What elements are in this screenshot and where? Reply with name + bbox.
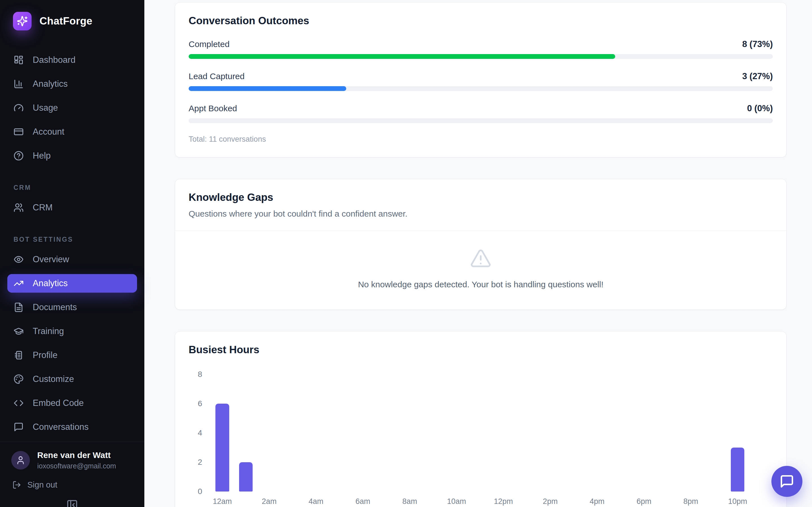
sidebar-item-label: Analytics (33, 278, 68, 288)
sidebar-item-analytics[interactable]: Analytics (7, 274, 137, 293)
chart-bar-slot (211, 374, 234, 492)
outcome-label: Appt Booked (189, 104, 237, 113)
card-title: Busiest Hours (189, 344, 773, 356)
x-axis-label: 6pm (632, 497, 656, 506)
x-axis-label (515, 497, 539, 506)
sign-out-button[interactable]: Sign out (11, 480, 57, 490)
panel-collapse-icon (66, 499, 78, 507)
x-axis-label: 8pm (679, 497, 703, 506)
busiest-hours-card: Busiest Hours 02468 12am2am4am6am8am10am… (175, 331, 786, 507)
brand: ChatForge (0, 0, 144, 31)
credit-card-icon (13, 127, 24, 137)
x-axis-label: 2pm (539, 497, 562, 506)
chart-bar-slot (421, 374, 445, 492)
sidebar: ChatForge Dashboard Analytics Usage Acco… (0, 0, 144, 507)
collapse-sidebar-button[interactable] (66, 499, 78, 507)
sidebar-item-label: Overview (33, 255, 69, 265)
outcome-row-appt-booked: Appt Booked 0 (0%) (189, 103, 773, 123)
sidebar-item-customize[interactable]: Customize (7, 370, 137, 388)
x-axis-label: 8am (398, 497, 421, 506)
chat-widget-button[interactable] (771, 466, 802, 497)
x-axis-label (234, 497, 257, 506)
sidebar-item-analytics-global[interactable]: Analytics (7, 75, 137, 93)
code-icon (13, 398, 24, 408)
y-axis-label: 0 (198, 487, 202, 496)
busiest-hours-chart: 02468 12am2am4am6am8am10am12pm2pm4pm6pm8… (189, 374, 773, 506)
sidebar-item-usage[interactable]: Usage (7, 99, 137, 117)
card-title: Conversation Outcomes (189, 15, 773, 27)
sidebar-item-label: Conversations (33, 422, 89, 432)
card-subtitle: Questions where your bot couldn't find a… (189, 209, 773, 219)
outcome-label: Completed (189, 40, 230, 49)
sidebar-item-conversations[interactable]: Conversations (7, 418, 137, 436)
x-axis-label: 4am (304, 497, 327, 506)
chart-bar-slot (281, 374, 304, 492)
sidebar-item-documents[interactable]: Documents (7, 298, 137, 317)
chart-bar-slot (703, 374, 726, 492)
sidebar-item-crm[interactable]: CRM (7, 198, 137, 217)
crm-nav: CRM (0, 198, 144, 222)
primary-nav: Dashboard Analytics Usage Account Help (0, 51, 144, 170)
sidebar-item-overview[interactable]: Overview (7, 250, 137, 269)
dashboard-icon (13, 55, 24, 65)
chart-bar-slot (632, 374, 656, 492)
gauge-icon (13, 103, 24, 113)
outcome-row-lead-captured: Lead Captured 3 (27%) (189, 71, 773, 91)
sidebar-item-embed-code[interactable]: Embed Code (7, 394, 137, 412)
sidebar-item-dashboard[interactable]: Dashboard (7, 51, 137, 69)
sidebar-item-label: Profile (33, 350, 57, 360)
chart-bar (215, 404, 229, 492)
knowledge-gaps-header: Knowledge Gaps Questions where your bot … (175, 179, 786, 230)
x-axis-label: 10pm (726, 497, 749, 506)
chart-bar-slot (726, 374, 749, 492)
palette-icon (13, 374, 24, 384)
progress-fill (189, 86, 346, 91)
sidebar-item-profile[interactable]: Profile (7, 346, 137, 364)
y-axis-label: 2 (198, 458, 202, 467)
app-root: ChatForge Dashboard Analytics Usage Acco… (0, 0, 812, 507)
total-conversations-text: Total: 11 conversations (189, 135, 773, 144)
x-axis-label: 4pm (585, 497, 609, 506)
x-axis-label (609, 497, 632, 506)
x-axis-label (749, 497, 773, 506)
outcome-row-completed: Completed 8 (73%) (189, 39, 773, 59)
warning-triangle-icon (469, 247, 492, 270)
chart-bar-slot (656, 374, 679, 492)
users-icon (13, 203, 24, 213)
outcome-value: 3 (27%) (742, 71, 773, 81)
chat-bubble-icon (779, 474, 794, 489)
chart-bar-slot (749, 374, 773, 492)
x-axis-label: 6am (351, 497, 374, 506)
progress-track (189, 86, 773, 91)
progress-track (189, 118, 773, 123)
empty-state-message: No knowledge gaps detected. Your bot is … (358, 280, 604, 289)
chart-bar-slot (327, 374, 351, 492)
help-circle-icon (13, 151, 24, 161)
progress-track (189, 54, 773, 59)
x-axis-label: 12pm (492, 497, 515, 506)
y-axis-label: 6 (198, 399, 202, 408)
outcome-value: 8 (73%) (742, 39, 773, 49)
chart-bar-slot (304, 374, 327, 492)
busiest-hours-plot (211, 374, 773, 492)
chart-bar-slot (468, 374, 492, 492)
chart-bar-slot (375, 374, 398, 492)
graduation-cap-icon (13, 326, 24, 336)
y-axis-label: 4 (198, 429, 202, 438)
sidebar-item-help[interactable]: Help (7, 147, 137, 165)
log-out-icon (12, 481, 21, 489)
sidebar-item-training[interactable]: Training (7, 322, 137, 341)
section-label-bot-settings: BOT SETTINGS (0, 236, 144, 243)
chart-bar-slot (539, 374, 562, 492)
chart-bar-slot (234, 374, 257, 492)
sidebar-item-label: Account (33, 127, 64, 137)
sidebar-item-account[interactable]: Account (7, 122, 137, 141)
chart-body: 12am2am4am6am8am10am12pm2pm4pm6pm8pm10pm (211, 374, 773, 506)
sidebar-item-label: Help (33, 151, 51, 161)
x-axis-label (656, 497, 679, 506)
y-axis-label: 8 (198, 370, 202, 379)
x-axis-label (281, 497, 304, 506)
x-axis-label (703, 497, 726, 506)
chart-bar-slot (445, 374, 468, 492)
user-name: Rene van der Watt (37, 450, 116, 460)
